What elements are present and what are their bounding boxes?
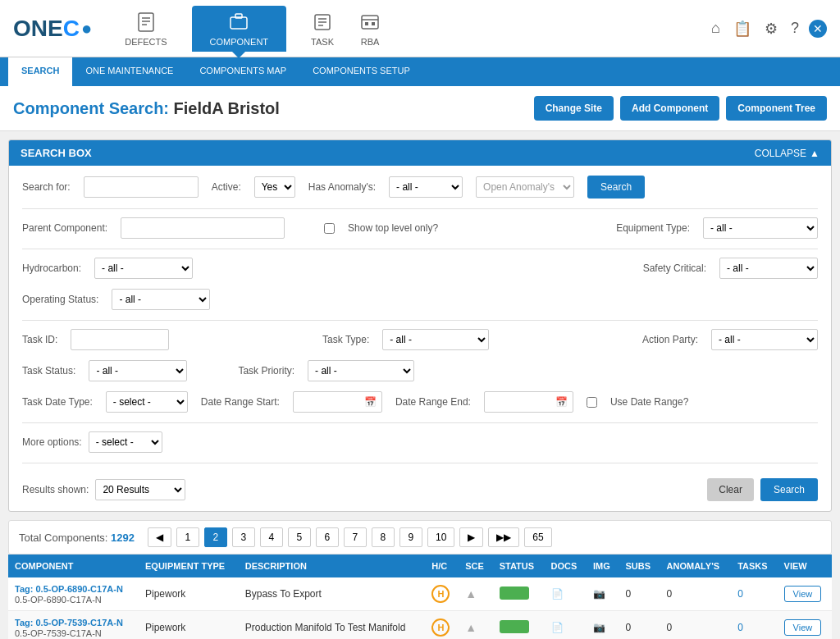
nav-item-component[interactable]: COMPONENT <box>192 6 287 52</box>
search-button-bottom[interactable]: Search <box>760 478 818 501</box>
search-row-7: Task Date Type: - select - Date Range St… <box>22 391 818 413</box>
has-anomalys-label: Has Anomaly's: <box>308 181 376 193</box>
task-id-label: Task ID: <box>22 334 57 345</box>
equipment-type-cell: Pipework <box>139 611 239 640</box>
table-header-row: COMPONENT EQUIPMENT TYPE DESCRIPTION H/C… <box>8 555 832 577</box>
app-header: ONEC ● DEFECTS COMPONENT TASK RBA ⌂ 📋 ⚙ … <box>0 0 840 57</box>
col-equipment-type: EQUIPMENT TYPE <box>139 555 239 577</box>
tag-link[interactable]: Tag: 0.5-OP-6890-C17A-N <box>15 584 123 594</box>
tasks-link[interactable]: 0 <box>737 588 743 600</box>
action-party-select[interactable]: - all - <box>711 329 818 350</box>
date-range-start-input[interactable] <box>299 396 364 408</box>
tag-cell: Tag: 0.5-OP-6890-C17A-N 0.5-OP-6890-C17A… <box>8 577 139 611</box>
operating-status-select[interactable]: - all - <box>112 289 210 310</box>
view-button[interactable]: View <box>784 619 822 636</box>
use-date-range-checkbox[interactable] <box>587 397 597 408</box>
col-description: DESCRIPTION <box>239 555 426 577</box>
page-65-button[interactable]: 65 <box>524 527 551 547</box>
more-options-label: More options: <box>22 436 82 448</box>
calendar-end-icon[interactable]: 📅 <box>555 396 568 408</box>
page-3-button[interactable]: 3 <box>232 527 255 547</box>
settings-button[interactable]: ⚙ <box>761 16 781 41</box>
parent-component-input[interactable] <box>121 217 285 239</box>
search-box-header: SEARCH BOX COLLAPSE ▲ <box>9 140 831 166</box>
total-label-text: Total Components: <box>19 532 107 544</box>
copy-button[interactable]: 📋 <box>730 16 755 41</box>
equipment-type-select[interactable]: - all - <box>703 217 818 239</box>
subnav-components-setup[interactable]: COMPONENTS SETUP <box>299 57 423 86</box>
open-anomalys-select[interactable]: Open Anomaly's <box>476 176 574 198</box>
add-component-button[interactable]: Add Component <box>620 96 719 121</box>
help-button[interactable]: ? <box>788 16 802 40</box>
task-type-select[interactable]: - all - <box>382 329 489 350</box>
parent-component-label: Parent Component: <box>22 222 107 234</box>
page-1-button[interactable]: 1 <box>176 527 199 547</box>
chevron-up-icon: ▲ <box>810 148 819 159</box>
date-range-end-input[interactable] <box>490 396 555 408</box>
calendar-start-icon[interactable]: 📅 <box>364 396 377 408</box>
task-status-select[interactable]: - all - <box>89 360 187 381</box>
nav-item-task[interactable]: TASK <box>311 11 334 47</box>
tag-link[interactable]: Tag: 0.5-OP-7539-C17A-N <box>15 618 123 628</box>
show-top-level-checkbox[interactable] <box>324 223 335 234</box>
subnav-one-maintenance[interactable]: ONE MAINTENANCE <box>72 57 186 86</box>
page-9-button[interactable]: 9 <box>399 527 422 547</box>
page-8-button[interactable]: 8 <box>372 527 395 547</box>
page-5-button[interactable]: 5 <box>288 527 311 547</box>
home-button[interactable]: ⌂ <box>708 16 724 40</box>
nav-arrow <box>232 51 245 57</box>
more-options-select[interactable]: - select - <box>89 431 162 453</box>
show-top-level-label: Show top level only? <box>348 222 438 234</box>
subnav-components-map[interactable]: COMPONENTS MAP <box>186 57 299 86</box>
col-sce: SCE <box>459 555 493 577</box>
equipment-type-label: Equipment Type: <box>616 222 690 234</box>
safety-critical-select[interactable]: - all - <box>719 258 818 279</box>
page-6-button[interactable]: 6 <box>316 527 339 547</box>
nav-item-rba[interactable]: RBA <box>358 11 381 47</box>
close-button[interactable]: ✕ <box>809 20 827 38</box>
hc-cell: H <box>425 611 459 640</box>
task-priority-select[interactable]: - all - <box>308 360 414 381</box>
sce-icon: ▲ <box>465 587 477 600</box>
hydrocarbon-select[interactable]: - all - <box>94 258 193 279</box>
results-shown-select[interactable]: 20 Results50 Results100 Results <box>95 479 185 500</box>
page-first-button[interactable]: ◀ <box>148 527 171 547</box>
nav-item-defects[interactable]: DEFECTS <box>125 11 167 47</box>
results-shown-right: Clear Search <box>707 478 818 501</box>
svg-rect-0 <box>139 13 153 31</box>
img-icon: 📷 <box>593 622 605 633</box>
results-shown-left: Results shown: 20 Results50 Results100 R… <box>22 479 185 500</box>
page-10-button[interactable]: 10 <box>427 527 454 547</box>
svg-rect-13 <box>365 22 368 25</box>
view-button[interactable]: View <box>784 586 822 602</box>
task-id-input[interactable] <box>71 329 169 350</box>
hc-icon: H <box>431 585 450 603</box>
pagination-bar: Total Components: 1292 ◀ 1 2 3 4 5 6 7 8… <box>8 520 832 555</box>
page-next-button[interactable]: ▶ <box>459 527 483 547</box>
active-select[interactable]: YesNoAll <box>254 176 295 198</box>
change-site-button[interactable]: Change Site <box>534 96 614 121</box>
task-date-type-label: Task Date Type: <box>22 396 93 408</box>
task-date-type-select[interactable]: - select - <box>106 391 188 413</box>
subs-cell: 0 <box>619 611 660 640</box>
component-tree-button[interactable]: Component Tree <box>726 96 827 121</box>
search-button-top[interactable]: Search <box>587 176 645 199</box>
rba-icon <box>358 11 381 34</box>
subs-cell: 0 <box>619 577 660 611</box>
defects-icon <box>135 11 158 34</box>
page-last-button[interactable]: ▶▶ <box>488 527 519 547</box>
page-2-button[interactable]: 2 <box>204 527 227 547</box>
sce-icon: ▲ <box>465 621 477 634</box>
table-body: Tag: 0.5-OP-6890-C17A-N 0.5-OP-6890-C17A… <box>8 577 832 639</box>
collapse-button[interactable]: COLLAPSE ▲ <box>755 148 819 159</box>
page-4-button[interactable]: 4 <box>260 527 283 547</box>
col-docs: DOCS <box>545 555 587 577</box>
has-anomalys-select[interactable]: - all -YesNo <box>389 176 463 198</box>
clear-button[interactable]: Clear <box>707 478 754 501</box>
search-for-input[interactable] <box>84 176 199 198</box>
subnav-search[interactable]: SEARCH <box>8 57 72 86</box>
col-anomalys: ANOMALY'S <box>660 555 732 577</box>
page-7-button[interactable]: 7 <box>344 527 367 547</box>
tasks-link[interactable]: 0 <box>737 622 743 633</box>
tag-cell: Tag: 0.5-OP-7539-C17A-N 0.5-OP-7539-C17A… <box>8 611 139 640</box>
